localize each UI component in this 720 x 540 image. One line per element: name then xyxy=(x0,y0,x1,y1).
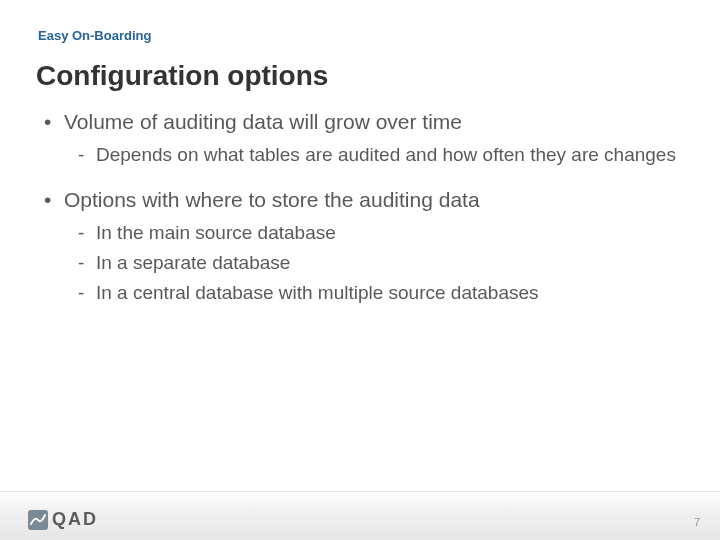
slide-title: Configuration options xyxy=(36,60,328,92)
bullet-list: Volume of auditing data will grow over t… xyxy=(38,108,680,305)
logo-text: QAD xyxy=(52,509,98,530)
slide: Easy On-Boarding Configuration options V… xyxy=(0,0,720,540)
bullet-item: Volume of auditing data will grow over t… xyxy=(38,108,680,168)
page-number: 7 xyxy=(694,516,700,528)
sub-bullet-item: Depends on what tables are audited and h… xyxy=(64,142,680,168)
logo: QAD xyxy=(28,509,98,530)
slide-header: Easy On-Boarding xyxy=(38,28,151,43)
sub-bullet-list: In the main source database In a separat… xyxy=(64,220,680,305)
bullet-item: Options with where to store the auditing… xyxy=(38,186,680,305)
qad-logo-icon xyxy=(28,510,48,530)
bullet-text: Volume of auditing data will grow over t… xyxy=(64,110,462,133)
slide-footer: QAD 7 xyxy=(0,491,720,540)
sub-bullet-item: In the main source database xyxy=(64,220,680,246)
bullet-text: Options with where to store the auditing… xyxy=(64,188,480,211)
sub-bullet-list: Depends on what tables are audited and h… xyxy=(64,142,680,168)
sub-bullet-item: In a central database with multiple sour… xyxy=(64,280,680,306)
slide-content: Volume of auditing data will grow over t… xyxy=(38,108,680,323)
sub-bullet-item: In a separate database xyxy=(64,250,680,276)
